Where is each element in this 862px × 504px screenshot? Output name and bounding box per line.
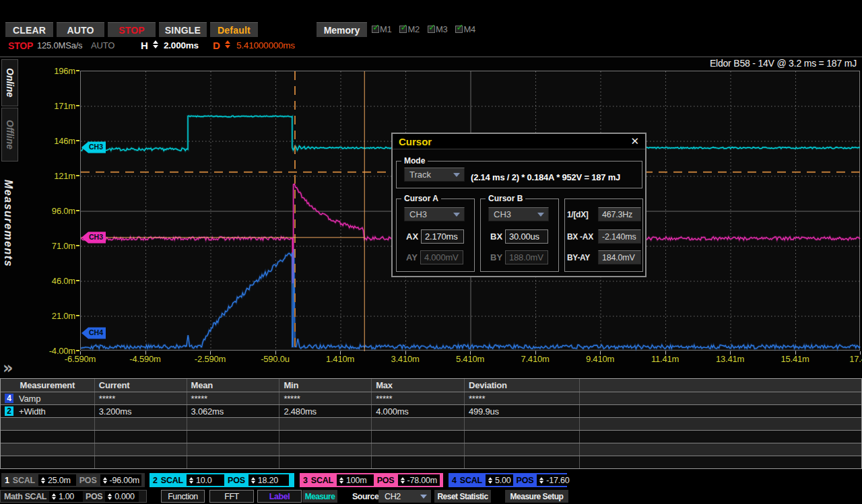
channel-4-controls[interactable]: 4SCAL5.00POS-17.60 [449,473,567,487]
toolbar-button-default[interactable]: Default [210,22,258,37]
measurement-value: 3.062ms [187,405,280,417]
channel-bar: 1SCAL25.0mPOS-96.00m2SCAL10.0POS18.203SC… [0,473,862,487]
table-row[interactable] [1,456,861,468]
channel-3-controls[interactable]: 3SCAL100mPOS-78.00m [300,473,443,487]
x-axis-label: 15.41m [772,354,818,364]
column-header: Deviation [465,379,580,392]
channel-number: 4 [452,476,457,485]
toolbar-button-auto[interactable]: AUTO [57,22,104,37]
memory-checkboxes: ✓M1✓M2✓M3✓M4 [372,24,475,34]
y-tick [76,280,79,281]
delay-spinner[interactable] [225,40,230,48]
channel-number: 2 [153,476,158,485]
stepper-arrows-icon[interactable] [488,477,492,484]
y-tick [76,210,79,211]
x-tick [210,351,211,355]
channel-marker-ch3[interactable]: CH3 [81,141,106,153]
scale-value[interactable]: 5.00 [495,476,511,485]
delay-value[interactable]: 5.41000000ms [236,40,295,50]
channel-marker-ch3[interactable]: CH3 [81,231,106,243]
measurement-value: ***** [279,392,372,404]
toolbar-button-single[interactable]: SINGLE [159,22,207,37]
measurement-name: Vamp [19,394,40,404]
tab-offline[interactable]: Offline [1,108,18,161]
stepper-arrows-icon[interactable] [251,477,255,484]
acquisition-state: STOP [8,40,33,51]
y-axis-label: 96.0m [42,206,75,216]
expand-chevrons-icon[interactable]: » [3,359,11,377]
cursor-ay-row: AY 4.000mV [406,250,463,264]
stepper-arrows-icon[interactable] [400,477,404,484]
position-value[interactable]: -96.00m [110,476,139,485]
stepper-arrows-icon[interactable] [189,477,193,484]
measurement-value: ***** [95,392,187,404]
math-scale-value[interactable]: 1.00 [59,492,74,501]
checkbox[interactable]: ✓ [399,26,407,33]
math-controls[interactable]: Math SCAL1.00POS0.000 [0,490,147,503]
position-value[interactable]: -78.00m [407,476,437,485]
checkbox[interactable]: ✓ [428,26,435,33]
h-scale-value[interactable]: 2.000ms [164,40,199,50]
stepper-arrows-icon[interactable] [52,493,56,500]
x-tick [145,351,146,355]
stepper-arrows-icon[interactable] [339,477,343,484]
button-label[interactable]: Label [257,490,302,503]
y-tick [76,140,79,141]
cursor-a-source-select[interactable]: CH3 [404,207,465,221]
y-axis-label: 196m [42,66,75,76]
memory-check-m4[interactable]: ✓M4 [455,24,475,34]
h-scale-label: H [141,40,148,51]
memory-check-m2[interactable]: ✓M2 [399,24,419,34]
channel-number: 3 [303,476,308,485]
stepper-arrows-icon[interactable] [41,477,45,484]
sidebar-measurements-label: Measurements [2,180,14,267]
memory-check-m3[interactable]: ✓M3 [428,24,447,34]
stepper-arrows-icon[interactable] [108,493,112,500]
h-scale-spinner[interactable] [153,40,158,48]
channel-marker-ch4[interactable]: CH4 [81,327,106,338]
x-axis-label: 1.410m [317,354,363,364]
cursor-b-source-select[interactable]: CH3 [488,207,549,221]
stepper-arrows-icon[interactable] [539,477,543,484]
toolbar-button-clear[interactable]: CLEAR [5,22,53,37]
position-value[interactable]: -17.60 [546,476,569,485]
measure-tab[interactable]: Measure [302,490,337,503]
math-pos-value[interactable]: 0.000 [114,492,134,501]
dx-row: BX -AX -2.140ms [567,229,641,244]
table-row[interactable] [1,417,861,430]
measure-setup-button[interactable]: Measure Setup [505,490,568,503]
cursor-results-group: 1/[dX] 467.3Hz BX -AX -2.140ms BY-AY 184… [564,199,643,272]
memory-check-m1[interactable]: ✓M1 [372,24,391,34]
button-fft[interactable]: FFT [209,490,254,503]
dropdown-arrow-icon [453,173,460,177]
checkbox[interactable]: ✓ [372,26,379,33]
mode-select[interactable]: Track [404,168,465,182]
memory-button[interactable]: Memory [317,22,367,37]
scale-value[interactable]: 100m [346,476,366,485]
table-row[interactable] [1,430,861,443]
cursor-b-group: Cursor B CH3 BX 30.00us BY 188.0mV [480,199,559,272]
button-function[interactable]: Function [161,490,205,503]
close-icon[interactable]: ✕ [630,135,639,147]
scale-value[interactable]: 25.0m [48,476,71,485]
cursor-dialog-titlebar[interactable]: Cursor ✕ [393,134,645,149]
scale-value[interactable]: 10.0 [196,476,212,485]
toolbar-button-stop[interactable]: STOP [108,22,156,37]
tab-online[interactable]: Online [1,59,18,106]
source-select[interactable]: CH2 [378,490,431,503]
reset-statistic-button[interactable]: Reset Statistic [434,490,491,503]
source-label: Source [352,490,378,503]
ax-value-field[interactable]: 2.170ms [421,229,464,244]
bx-value-field[interactable]: 30.00us [505,229,548,244]
checkbox[interactable]: ✓ [455,26,463,33]
y-axis-label: 146m [42,136,75,146]
channel-2-controls[interactable]: 2SCAL10.0POS18.20 [150,473,294,487]
channel-1-controls[interactable]: 1SCAL25.0mPOS-96.00m [1,473,145,487]
table-row[interactable] [1,443,861,456]
table-row[interactable]: 4Vamp************************* [1,392,861,404]
position-value[interactable]: 18.20 [258,476,278,485]
stepper-arrows-icon[interactable] [102,477,106,484]
ay-value-field: 4.000mV [420,250,463,264]
table-row[interactable]: 2+Width3.200ms3.062ms2.480ms4.000ms499.9… [1,404,861,417]
memory-label: M4 [463,24,475,34]
